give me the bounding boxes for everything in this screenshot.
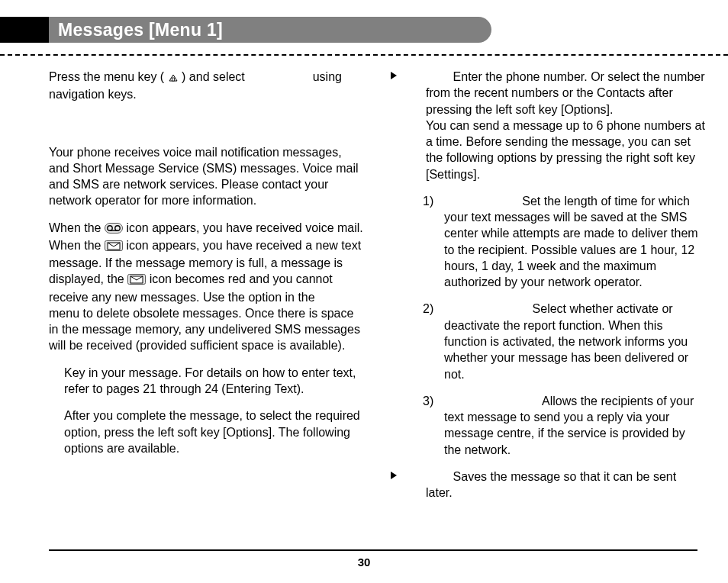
- voicemail-icon: [105, 221, 123, 237]
- triangle-bullet-icon: [391, 72, 397, 79]
- option-3-text: Allows the recipients of your text messa…: [444, 395, 694, 456]
- right-column: Enter the phone number. Or select the nu…: [391, 69, 705, 530]
- content-columns: Press the menu key ( ) and select using …: [49, 69, 705, 530]
- para2-pre: When the: [49, 221, 101, 234]
- svg-rect-0: [172, 78, 174, 81]
- option-number: 3): [423, 393, 433, 409]
- page-title: Messages [Menu 1]: [49, 17, 491, 43]
- bullet-save: Saves the message so that it can be sent…: [391, 469, 705, 501]
- left-column: Press the menu key ( ) and select using …: [49, 69, 363, 530]
- option-1-text: Set the length of time for which your te…: [444, 195, 698, 288]
- footer: 30: [0, 549, 728, 569]
- option-2: 2) Select whether activate or deactivate…: [391, 301, 705, 382]
- step-1: Key in your message. For details on how …: [64, 365, 363, 398]
- page-number: 30: [358, 556, 371, 569]
- bullet2-text: Saves the message so that it can be sent…: [426, 470, 676, 499]
- intro-paragraph: Press the menu key ( ) and select using …: [49, 69, 363, 103]
- para2-tail: menu to delete obsolete messages. Once t…: [49, 307, 360, 353]
- menu-key-icon: [168, 70, 179, 86]
- header-tab-block: [0, 17, 49, 43]
- option-number: 2): [423, 301, 433, 317]
- envelope-icon: [127, 272, 146, 288]
- intro-text-pre: Press the menu key (: [49, 70, 164, 83]
- header: Messages [Menu 1]: [0, 0, 728, 60]
- bullet1-text-a: Enter the phone number. Or select the nu…: [426, 70, 705, 116]
- manual-page: Messages [Menu 1] Press the menu key ( )…: [0, 0, 728, 583]
- option-2-text: Select whether activate or deactivate th…: [444, 302, 688, 380]
- option-1: 1) Set the length of time for which your…: [391, 193, 705, 291]
- option-3: 3) Allows the recipients of your text me…: [391, 393, 705, 458]
- envelope-icon: [105, 239, 123, 255]
- header-divider: [0, 54, 728, 56]
- body-paragraph-1: Your phone receives voice mail notificat…: [49, 144, 363, 209]
- option-number: 1): [423, 193, 433, 209]
- footer-divider: [49, 549, 697, 551]
- step-2: After you complete the message, to selec…: [64, 407, 363, 456]
- body-paragraph-2: When the icon appears, you have received…: [49, 220, 363, 354]
- bullet1-text-b: You can send a message up to 6 phone num…: [426, 119, 705, 181]
- spacer: [49, 114, 363, 144]
- bullet-send: Enter the phone number. Or select the nu…: [391, 69, 705, 182]
- triangle-bullet-icon: [391, 472, 397, 479]
- intro-text-post-icon: ) and select: [182, 70, 245, 83]
